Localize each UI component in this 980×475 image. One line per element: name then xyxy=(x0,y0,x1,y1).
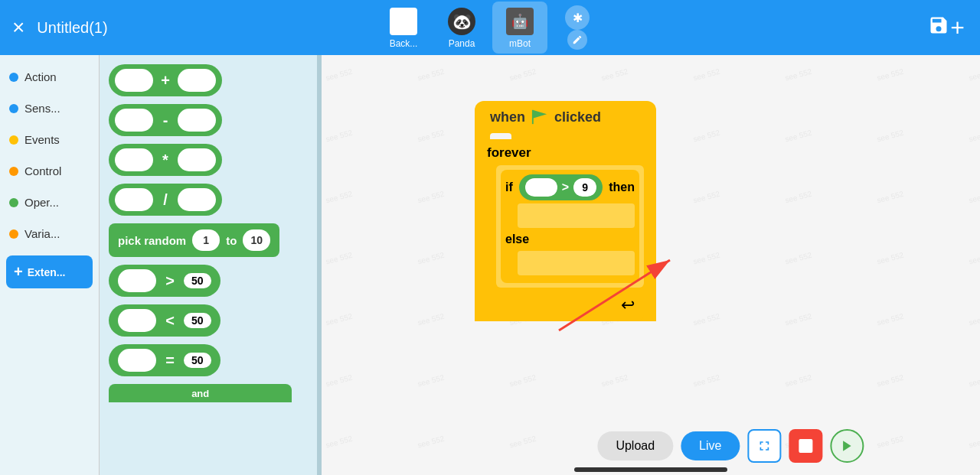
less-sign: < xyxy=(162,312,178,330)
sidebar: Action Sens... Events Control Oper... Va… xyxy=(0,55,100,475)
save-button[interactable] xyxy=(928,15,949,41)
block-plus[interactable]: + xyxy=(109,64,222,96)
tab-bluetooth[interactable]: ✱ xyxy=(550,1,604,54)
oper-dot xyxy=(9,198,18,207)
events-dot xyxy=(9,135,18,145)
pick-random-to: 10 xyxy=(243,229,270,251)
greater-left xyxy=(118,269,156,292)
sens-dot xyxy=(9,104,18,113)
if-then-block[interactable]: if > 9 then xyxy=(501,170,639,283)
upload-button[interactable]: Upload xyxy=(597,431,673,460)
times-sign: * xyxy=(158,151,173,169)
else-body xyxy=(518,251,635,275)
block-divide[interactable]: / xyxy=(109,184,222,216)
pick-random-from: 1 xyxy=(192,229,220,251)
block-times[interactable]: * xyxy=(109,144,222,176)
block-times-left xyxy=(115,148,153,171)
minus-sign: - xyxy=(158,112,173,129)
control-dot xyxy=(9,167,18,176)
stop-button[interactable] xyxy=(789,429,822,463)
block-plus-right xyxy=(178,69,216,92)
block-times-right xyxy=(178,148,216,171)
action-dot xyxy=(9,73,18,82)
if-header: if > 9 then xyxy=(505,174,635,200)
if-body xyxy=(518,203,635,228)
greater-val: 50 xyxy=(184,273,211,288)
canvas[interactable]: see 552 when clicked xyxy=(322,55,980,475)
equal-val: 50 xyxy=(184,353,211,368)
bluetooth-icon: ✱ xyxy=(565,5,590,30)
code-area: when clicked forever xyxy=(475,101,656,321)
forever-body: if > 9 then xyxy=(496,165,644,288)
bottom-toolbar: Upload Live xyxy=(597,429,864,463)
block-divide-left xyxy=(115,188,153,211)
horizontal-scrollbar[interactable] xyxy=(574,467,727,472)
tab-panda[interactable]: 🐼 Panda xyxy=(434,2,489,54)
block-divide-right xyxy=(178,188,216,211)
forever-block[interactable]: forever if > 9 xyxy=(475,139,656,321)
sidebar-item-sens[interactable]: Sens... xyxy=(0,93,99,124)
flag-icon xyxy=(531,109,548,125)
sidebar-item-oper[interactable]: Oper... xyxy=(0,187,99,218)
svg-marker-2 xyxy=(533,110,547,119)
condition-value: 9 xyxy=(573,178,596,197)
condition-input[interactable] xyxy=(525,178,557,197)
when-text: when xyxy=(490,109,525,125)
condition-block[interactable]: > 9 xyxy=(519,174,603,200)
sidebar-item-action[interactable]: Action xyxy=(0,61,99,93)
fullscreen-button[interactable] xyxy=(747,429,781,463)
equal-left xyxy=(118,349,156,372)
block-minus-right xyxy=(178,109,216,132)
less-left xyxy=(118,309,156,332)
varia-dot xyxy=(9,229,18,239)
plus-sign: + xyxy=(158,72,173,89)
stop-icon xyxy=(799,439,812,453)
block-minus[interactable]: - xyxy=(109,104,222,136)
when-clicked-block[interactable]: when clicked xyxy=(475,101,656,133)
tab-back[interactable]: Back... xyxy=(376,2,431,54)
if-text: if xyxy=(505,181,513,194)
less-val: 50 xyxy=(184,313,211,328)
block-minus-left xyxy=(115,109,153,132)
forever-footer: ↩ xyxy=(487,292,644,321)
go-button[interactable] xyxy=(830,429,864,463)
then-text: then xyxy=(609,181,635,194)
edit-icon xyxy=(567,30,587,50)
svg-marker-6 xyxy=(843,441,851,451)
loop-arrow-icon: ↩ xyxy=(621,295,635,315)
close-button[interactable]: × xyxy=(12,15,24,40)
header: × Untitled(1) Back... 🐼 Panda 🤖 mBot ✱ + xyxy=(0,0,980,55)
condition-operator: > xyxy=(562,181,569,194)
sidebar-item-varia[interactable]: Varia... xyxy=(0,218,99,249)
tab-bar: Back... 🐼 Panda 🤖 mBot ✱ xyxy=(376,1,604,54)
else-text: else xyxy=(505,231,635,248)
main-layout: Action Sens... Events Control Oper... Va… xyxy=(0,55,980,475)
sidebar-item-events[interactable]: Events xyxy=(0,124,99,155)
block-less[interactable]: < 50 xyxy=(109,304,220,337)
block-and-partial[interactable]: and xyxy=(109,384,292,402)
blocks-panel: + - * / pick random 1 to 10 xyxy=(100,55,322,475)
greater-sign: > xyxy=(162,272,178,290)
extend-button[interactable]: + Exten... xyxy=(6,255,93,288)
equal-sign: = xyxy=(162,352,178,369)
block-greater[interactable]: > 50 xyxy=(109,265,220,297)
block-pick-random[interactable]: pick random 1 to 10 xyxy=(109,223,279,257)
sidebar-item-control[interactable]: Control xyxy=(0,155,99,187)
block-plus-left xyxy=(115,69,153,92)
live-button[interactable]: Live xyxy=(681,431,740,460)
add-button[interactable]: + xyxy=(950,14,965,42)
tab-mbot[interactable]: 🤖 mBot xyxy=(492,2,547,54)
forever-text: forever xyxy=(487,145,531,160)
divide-sign: / xyxy=(158,191,173,209)
block-equal[interactable]: = 50 xyxy=(109,344,220,376)
clicked-text: clicked xyxy=(554,109,601,125)
